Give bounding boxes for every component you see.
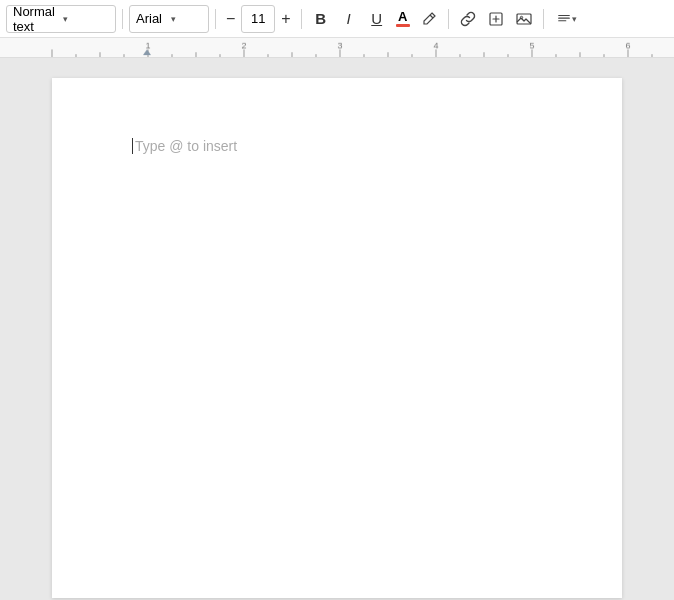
align-button[interactable]: ▾ <box>550 5 584 33</box>
link-button[interactable] <box>455 5 481 33</box>
ruler <box>0 38 674 58</box>
insert-chars-button[interactable] <box>483 5 509 33</box>
toolbar: Normal text ▾ Arial ▾ − + B I U A <box>0 0 674 38</box>
text-cursor <box>132 138 133 154</box>
align-chevron-icon: ▾ <box>572 14 577 24</box>
font-chevron-icon: ▾ <box>171 14 202 24</box>
font-selector[interactable]: Arial ▾ <box>129 5 209 33</box>
link-icon <box>460 11 476 27</box>
insert-image-icon <box>516 11 532 27</box>
insert-chars-icon <box>488 11 504 27</box>
font-color-underline <box>396 24 410 27</box>
style-chevron-icon: ▾ <box>63 14 109 24</box>
font-size-increase-button[interactable]: + <box>277 9 294 29</box>
highlight-button[interactable] <box>416 5 442 33</box>
bold-button[interactable]: B <box>308 5 334 33</box>
style-selector[interactable]: Normal text ▾ <box>6 5 116 33</box>
underline-button[interactable]: U <box>364 5 390 33</box>
pen-icon <box>421 11 437 27</box>
ruler-canvas <box>0 38 674 57</box>
font-color-label: A <box>398 10 407 23</box>
divider-2 <box>215 9 216 29</box>
placeholder-text: Type @ to insert <box>135 138 237 154</box>
divider-3 <box>301 9 302 29</box>
divider-5 <box>543 9 544 29</box>
italic-button[interactable]: I <box>336 5 362 33</box>
document-placeholder-area[interactable]: Type @ to insert <box>132 138 542 154</box>
divider-1 <box>122 9 123 29</box>
font-size-decrease-button[interactable]: − <box>222 9 239 29</box>
font-size-input[interactable] <box>241 5 275 33</box>
page-area[interactable]: Type @ to insert <box>0 58 674 600</box>
align-icon <box>557 12 571 26</box>
style-label: Normal text <box>13 4 59 34</box>
document-page[interactable]: Type @ to insert <box>52 78 622 598</box>
font-size-group: − + <box>222 5 295 33</box>
insert-image-button[interactable] <box>511 5 537 33</box>
font-color-button[interactable]: A <box>392 5 414 33</box>
divider-4 <box>448 9 449 29</box>
font-label: Arial <box>136 11 167 26</box>
